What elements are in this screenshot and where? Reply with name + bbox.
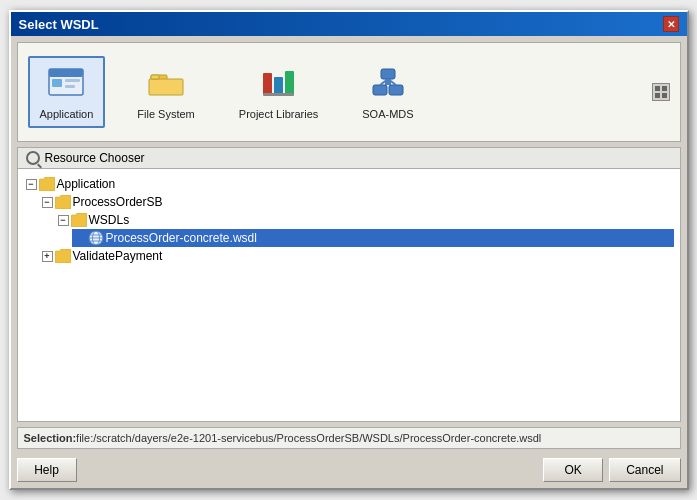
svg-rect-15 xyxy=(389,85,403,95)
tree-row-processordersb[interactable]: − ProcessOrderSB xyxy=(40,193,674,211)
collapse-wsdls[interactable]: − xyxy=(58,215,69,226)
grid-view-icon[interactable] xyxy=(652,83,670,101)
resource-chooser-header: Resource Chooser xyxy=(18,148,680,169)
dialog-title: Select WSDL xyxy=(19,17,99,32)
svg-rect-7 xyxy=(151,75,159,79)
tree-row-application[interactable]: − Application xyxy=(24,175,674,193)
svg-rect-11 xyxy=(263,93,294,96)
dialog-body: Application File System xyxy=(11,36,687,488)
toolbar-label-projectlibraries: Project Libraries xyxy=(239,108,318,120)
svg-rect-4 xyxy=(65,85,75,88)
svg-rect-21 xyxy=(662,93,667,98)
tree-row-validatepayment[interactable]: + ValidatePayment xyxy=(40,247,674,265)
soamds-icon xyxy=(368,64,408,104)
title-bar-left: Select WSDL xyxy=(19,17,99,32)
collapse-processordersb[interactable]: − xyxy=(42,197,53,208)
svg-rect-2 xyxy=(52,79,62,87)
tree-node-wsdls: − WSDLs xyxy=(56,211,674,247)
toolbar-right xyxy=(652,83,670,101)
toolbar-item-soamds[interactable]: SOA-MDS xyxy=(350,56,425,128)
svg-rect-3 xyxy=(65,79,80,82)
tree-children-wsdls: ProcessOrder-concrete.wsdl xyxy=(72,229,674,247)
select-wsdl-dialog: Select WSDL ✕ Application xyxy=(9,10,689,490)
svg-rect-1 xyxy=(49,69,83,77)
tree-node-validatepayment: + ValidatePayment xyxy=(40,247,674,265)
ok-button[interactable]: OK xyxy=(543,458,603,482)
application-icon xyxy=(46,64,86,104)
tree-children-processordersb: − WSDLs xyxy=(56,211,674,247)
svg-rect-14 xyxy=(373,85,387,95)
toolbar-item-projectlibraries[interactable]: Project Libraries xyxy=(227,56,330,128)
folder-icon-application xyxy=(39,177,55,191)
toolbar-item-filesystem[interactable]: File System xyxy=(125,56,206,128)
button-bar: Help OK Cancel xyxy=(17,454,681,482)
selection-bar: Selection: file:/scratch/dayers/e2e-1201… xyxy=(17,427,681,449)
svg-rect-10 xyxy=(285,71,294,95)
wsdl-file-icon xyxy=(88,230,104,246)
svg-rect-19 xyxy=(662,86,667,91)
tree-label-wsdls: WSDLs xyxy=(89,213,130,227)
selection-label: Selection: xyxy=(24,432,77,444)
tree-node-application: − Application − xyxy=(24,175,674,265)
tree-children-application: − ProcessOrderSB − xyxy=(40,193,674,265)
title-bar: Select WSDL ✕ xyxy=(11,12,687,36)
resource-chooser-label: Resource Chooser xyxy=(45,151,145,165)
collapse-application[interactable]: − xyxy=(26,179,37,190)
tree-label-processordersb: ProcessOrderSB xyxy=(73,195,163,209)
toolbar-item-application[interactable]: Application xyxy=(28,56,106,128)
expand-validatepayment[interactable]: + xyxy=(42,251,53,262)
folder-icon-validatepayment xyxy=(55,249,71,263)
toolbar-panel: Application File System xyxy=(17,42,681,142)
selection-value: file:/scratch/dayers/e2e-1201-servicebus… xyxy=(76,432,541,444)
projectlibraries-icon xyxy=(259,64,299,104)
toolbar-label-soamds: SOA-MDS xyxy=(362,108,413,120)
tree-row-wsdls[interactable]: − WSDLs xyxy=(56,211,674,229)
tree-row-processorder-concrete[interactable]: ProcessOrder-concrete.wsdl xyxy=(72,229,674,247)
close-button[interactable]: ✕ xyxy=(663,16,679,32)
svg-rect-8 xyxy=(263,73,272,95)
folder-icon-processordersb xyxy=(55,195,71,209)
folder-icon-wsdls xyxy=(71,213,87,227)
svg-rect-18 xyxy=(655,86,660,91)
toolbar-label-filesystem: File System xyxy=(137,108,194,120)
filesystem-icon xyxy=(146,64,186,104)
svg-rect-6 xyxy=(149,79,183,95)
svg-rect-20 xyxy=(655,93,660,98)
toolbar-label-application: Application xyxy=(40,108,94,120)
ok-cancel-group: OK Cancel xyxy=(543,458,680,482)
cancel-button[interactable]: Cancel xyxy=(609,458,680,482)
tree-label-application: Application xyxy=(57,177,116,191)
tree-label-validatepayment: ValidatePayment xyxy=(73,249,163,263)
tree-label-processorder-concrete: ProcessOrder-concrete.wsdl xyxy=(106,231,257,245)
svg-rect-12 xyxy=(381,69,395,79)
svg-rect-9 xyxy=(274,77,283,95)
search-icon xyxy=(26,151,40,165)
tree-node-processordersb: − ProcessOrderSB − xyxy=(40,193,674,247)
resource-chooser-panel: Resource Chooser − Application xyxy=(17,147,681,422)
resource-tree-content: − Application − xyxy=(18,169,680,421)
help-button[interactable]: Help xyxy=(17,458,77,482)
